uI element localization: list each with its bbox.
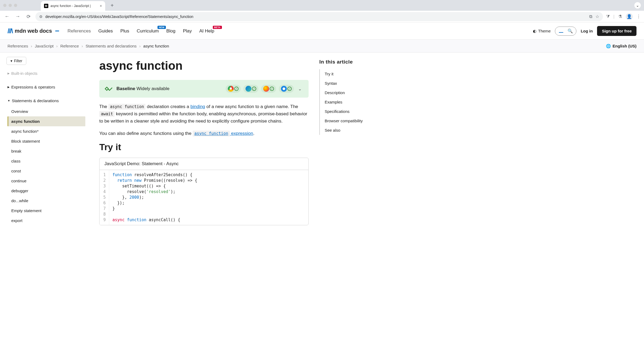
install-app-icon[interactable]: ⧉ bbox=[589, 14, 592, 19]
logo-underscore-icon bbox=[55, 31, 59, 31]
caret-right-icon: ▶ bbox=[8, 86, 10, 88]
search-cursor-icon bbox=[559, 32, 563, 33]
browser-toolbar: ← → ⟳ ⚙ developer.mozilla.org/en-US/docs… bbox=[0, 11, 644, 23]
baseline-check-icon bbox=[105, 86, 113, 91]
browser-tab[interactable]: M async function - JavaScript | × bbox=[41, 1, 105, 11]
sidebar-item-continue[interactable]: continue bbox=[8, 176, 85, 186]
check-icon: ✓ bbox=[270, 87, 274, 91]
chevron-right-icon: › bbox=[139, 44, 141, 48]
toc-syntax[interactable]: Syntax bbox=[320, 79, 387, 88]
chrome-icon bbox=[228, 86, 234, 92]
toc-try-it[interactable]: Try it bbox=[320, 69, 387, 79]
nav-blog[interactable]: Blog bbox=[166, 28, 175, 34]
demo-box: JavaScript Demo: Statement - Async 1 2 3… bbox=[99, 158, 309, 225]
sidebar-item-break[interactable]: break bbox=[8, 146, 85, 156]
link-binding[interactable]: binding bbox=[191, 104, 205, 109]
tree-built-in-objects[interactable]: ▶Built-in objects bbox=[6, 69, 85, 77]
extensions-icon[interactable]: ⧩ bbox=[606, 14, 610, 19]
filter-button[interactable]: ▾ Filter bbox=[6, 57, 26, 65]
crumb-statements[interactable]: Statements and declarations bbox=[86, 44, 137, 48]
line-gutter: 1 2 3 4 5 6 7 8 9 bbox=[100, 170, 109, 225]
nav-plus[interactable]: Plus bbox=[120, 28, 129, 34]
link-async-function-expression[interactable]: async function expression bbox=[193, 131, 253, 136]
logo-text: mdn web docs bbox=[15, 28, 52, 34]
tab-list-button[interactable]: ⌄ bbox=[634, 2, 641, 9]
favicon-icon: M bbox=[44, 4, 48, 8]
profile-button[interactable]: 👤 bbox=[626, 13, 633, 20]
theme-icon: ◐ bbox=[533, 29, 536, 34]
sidebar-item-async-function[interactable]: async function bbox=[8, 116, 85, 126]
toc-see-also[interactable]: See also bbox=[320, 125, 387, 135]
nav-guides[interactable]: Guides bbox=[98, 28, 113, 34]
intro-paragraph-1: The async function declaration creates a… bbox=[99, 103, 309, 125]
theme-button[interactable]: ◐ Theme bbox=[533, 29, 551, 34]
crumb-javascript[interactable]: JavaScript bbox=[35, 44, 54, 48]
sidebar-item-async-function-star[interactable]: async function* bbox=[8, 126, 85, 136]
signup-button[interactable]: Sign up for free bbox=[597, 26, 636, 36]
sidebar-item-block-statement[interactable]: Block statement bbox=[8, 136, 85, 146]
crumb-references[interactable]: References bbox=[8, 44, 28, 48]
check-icon: ✓ bbox=[234, 87, 239, 91]
sidebar-item-const[interactable]: const bbox=[8, 166, 85, 176]
edge-icon bbox=[246, 86, 251, 92]
language-picker[interactable]: 🌐 English (US) bbox=[606, 44, 636, 49]
sidebar-item-export[interactable]: export bbox=[8, 216, 85, 226]
nav-references[interactable]: References bbox=[68, 28, 91, 34]
reload-button[interactable]: ⟳ bbox=[25, 13, 32, 20]
toc-specifications[interactable]: Specifications bbox=[320, 107, 387, 116]
toc-description[interactable]: Description bbox=[320, 88, 387, 97]
site-header: ///\ mdn web docs References Guides Plus… bbox=[0, 23, 644, 40]
tree-expressions[interactable]: ▶Expressions & operators bbox=[6, 83, 85, 91]
profile-icon: 👤 bbox=[627, 14, 632, 19]
baseline-text: Baseline Widely available bbox=[116, 86, 170, 91]
chevron-right-icon: › bbox=[31, 44, 32, 48]
browser-chrome: M async function - JavaScript | × + ⌄ ← … bbox=[0, 0, 644, 23]
mdn-logo[interactable]: ///\ mdn web docs bbox=[8, 27, 59, 35]
table-of-contents: In this article Try it Syntax Descriptio… bbox=[319, 53, 394, 226]
sidebar-item-do-while[interactable]: do...while bbox=[8, 196, 85, 206]
search-button[interactable]: 🔍 bbox=[555, 27, 576, 36]
address-bar[interactable]: ⚙ developer.mozilla.org/en-US/docs/Web/J… bbox=[35, 12, 603, 21]
sidebar-item-empty-statement[interactable]: Empty statement bbox=[8, 206, 85, 216]
toc-examples[interactable]: Examples bbox=[320, 97, 387, 107]
menu-icon[interactable]: ⋮ bbox=[636, 14, 641, 19]
tree-statements[interactable]: ▼Statements & declarations bbox=[6, 97, 85, 105]
maximize-window-icon[interactable] bbox=[14, 4, 17, 7]
close-tab-icon[interactable]: × bbox=[100, 4, 102, 8]
intro-paragraph-2: You can also define async functions usin… bbox=[99, 130, 309, 137]
language-label: English (US) bbox=[613, 44, 636, 48]
logo-mark-icon: ///\ bbox=[8, 27, 13, 35]
chevron-right-icon: › bbox=[56, 44, 58, 48]
nav-curriculum[interactable]: CurriculumNEW bbox=[137, 28, 159, 34]
new-tab-button[interactable]: + bbox=[107, 2, 117, 9]
crumb-reference[interactable]: Reference bbox=[60, 44, 79, 48]
chevron-right-icon: › bbox=[82, 44, 83, 48]
window-controls[interactable] bbox=[3, 4, 17, 7]
minimize-window-icon[interactable] bbox=[9, 4, 12, 7]
toc-browser-compat[interactable]: Browser compatibility bbox=[320, 116, 387, 125]
heading-try-it: Try it bbox=[99, 142, 309, 152]
code-body: function resolveAfter2Seconds() { return… bbox=[109, 170, 200, 225]
labs-icon[interactable]: ⚗ bbox=[618, 14, 622, 19]
code-editor[interactable]: 1 2 3 4 5 6 7 8 9 function resolveAfter2… bbox=[100, 170, 308, 225]
browser-support-pills: ✓ ✓ ✓ ✓ ⌄ bbox=[226, 85, 303, 93]
expand-baseline-button[interactable]: ⌄ bbox=[297, 86, 303, 91]
tab-title: async function - JavaScript | bbox=[50, 4, 98, 8]
nav-play[interactable]: Play bbox=[183, 28, 192, 34]
check-icon: ✓ bbox=[252, 87, 256, 91]
back-button[interactable]: ← bbox=[3, 13, 11, 20]
toc-list: Try it Syntax Description Examples Speci… bbox=[319, 69, 387, 135]
sidebar-item-debugger[interactable]: debugger bbox=[8, 186, 85, 196]
site-info-icon[interactable]: ⚙ bbox=[39, 14, 43, 19]
firefox-support: ✓ bbox=[261, 85, 276, 93]
close-window-icon[interactable] bbox=[3, 4, 6, 7]
bookmark-icon[interactable]: ☆ bbox=[595, 14, 599, 19]
login-link[interactable]: Log in bbox=[581, 29, 593, 33]
page-title: async function bbox=[99, 59, 309, 72]
forward-button[interactable]: → bbox=[14, 13, 21, 20]
sidebar-item-overview[interactable]: Overview bbox=[8, 106, 85, 116]
sidebar-item-class[interactable]: class bbox=[8, 156, 85, 166]
new-badge: NEW bbox=[158, 26, 166, 29]
nav-ai-help[interactable]: AI HelpBETA bbox=[199, 28, 214, 34]
caret-right-icon: ▶ bbox=[8, 72, 10, 75]
